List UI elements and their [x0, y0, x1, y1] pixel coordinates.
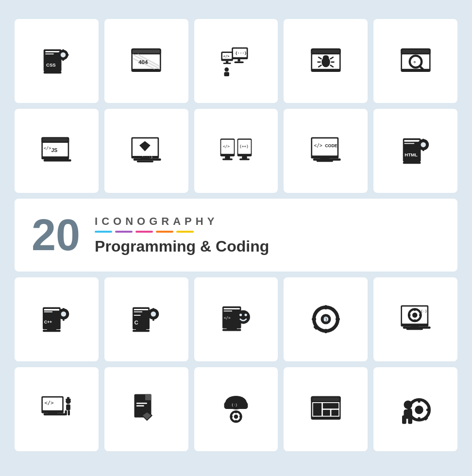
svg-rect-31: [224, 72, 229, 76]
svg-rect-2: [46, 53, 54, 54]
icon-cloud-gear: {·}: [194, 367, 278, 451]
svg-rect-162: [68, 410, 70, 416]
svg-rect-177: [235, 411, 237, 413]
color-bars: [95, 231, 269, 233]
svg-point-126: [239, 314, 242, 316]
svg-rect-65: [141, 156, 150, 159]
svg-rect-8: [58, 54, 60, 56]
svg-rect-98: [44, 312, 53, 313]
icon-code-editor: </> {++}: [194, 109, 278, 193]
svg-rect-59: [49, 157, 62, 160]
svg-rect-133: [324, 306, 327, 310]
svg-text:JS: JS: [51, 147, 58, 153]
svg-text:</>: </>: [223, 144, 230, 149]
svg-text:</>: </>: [223, 54, 230, 58]
svg-rect-120: [136, 328, 146, 331]
icon-404: 404: [104, 19, 188, 103]
svg-rect-179: [230, 416, 233, 418]
svg-rect-188: [323, 410, 330, 416]
svg-rect-86: [404, 143, 414, 144]
svg-rect-146: [414, 308, 416, 311]
svg-rect-11: [48, 69, 57, 72]
icon-file-diamond: [104, 367, 188, 451]
icon-c-settings: C: [104, 277, 188, 361]
svg-rect-167: [136, 403, 147, 404]
svg-text:HTML: HTML: [405, 152, 418, 157]
svg-point-176: [234, 415, 238, 419]
svg-rect-103: [63, 319, 65, 321]
svg-rect-91: [422, 148, 424, 151]
svg-rect-115: [152, 308, 154, 311]
color-bar-5: [176, 231, 194, 233]
icon-js-browser: </> JS: [15, 109, 99, 193]
svg-rect-110: [134, 312, 143, 313]
svg-rect-104: [58, 313, 60, 315]
svg-rect-85: [404, 140, 420, 142]
svg-rect-74: [222, 158, 233, 160]
svg-rect-66: [137, 160, 153, 162]
svg-rect-105: [67, 313, 69, 315]
icon-person-gear: [373, 367, 457, 451]
svg-rect-186: [313, 403, 322, 416]
svg-rect-122: [224, 308, 240, 310]
svg-rect-9: [67, 54, 68, 56]
svg-rect-102: [63, 308, 65, 311]
svg-rect-109: [134, 309, 149, 310]
svg-rect-203: [408, 415, 412, 424]
svg-rect-6: [63, 49, 65, 51]
icon-gear-code: {}: [284, 277, 368, 361]
svg-rect-92: [417, 144, 420, 146]
svg-rect-54: [43, 138, 68, 141]
svg-rect-136: [336, 318, 340, 321]
svg-point-200: [404, 401, 412, 409]
icon-code-presentation: {···} </>: [194, 19, 278, 103]
iconography-label: ICONOGRAPHY: [95, 215, 269, 228]
svg-rect-147: [414, 320, 416, 322]
svg-text:{·}: {·}: [231, 403, 237, 407]
svg-rect-153: [406, 328, 422, 330]
svg-rect-14: [133, 50, 160, 53]
icon-bug-browser: [284, 19, 368, 103]
svg-text:</>: </>: [44, 146, 51, 151]
icon-cpp-settings: C++: [15, 277, 99, 361]
svg-rect-152: [410, 324, 419, 327]
svg-point-89: [421, 142, 426, 147]
svg-rect-148: [408, 314, 410, 316]
svg-rect-160: [67, 405, 71, 410]
svg-rect-93: [426, 144, 428, 146]
icon-html-settings: HTML: [373, 109, 457, 193]
section-title: Programming & Coding: [95, 238, 269, 255]
svg-rect-135: [312, 318, 316, 321]
svg-rect-76: [239, 158, 250, 160]
svg-rect-158: [48, 411, 57, 414]
svg-rect-189: [331, 410, 338, 416]
icon-css-settings: CSS: [15, 19, 99, 103]
svg-rect-202: [402, 415, 406, 424]
svg-text:CODE: CODE: [325, 143, 337, 148]
icon-code-emoji: </>: [194, 277, 278, 361]
svg-rect-118: [156, 313, 158, 315]
svg-point-114: [151, 312, 156, 317]
icon-monitor-gear: {·}: [373, 277, 457, 361]
svg-rect-187: [323, 403, 338, 408]
svg-rect-7: [63, 59, 65, 61]
svg-text:{···}: {···}: [235, 51, 247, 55]
svg-point-5: [61, 52, 66, 57]
color-bar-3: [135, 231, 153, 233]
svg-rect-82: [320, 156, 329, 159]
svg-rect-134: [324, 329, 327, 334]
svg-text:</>: </>: [314, 142, 322, 148]
svg-point-30: [224, 67, 229, 71]
icon-browser-layout: [284, 367, 368, 451]
svg-point-101: [61, 312, 67, 317]
icon-diamond-monitor: {···}: [104, 109, 188, 193]
svg-text:404: 404: [138, 59, 148, 65]
svg-point-125: [236, 310, 250, 324]
svg-text:{++}: {++}: [239, 144, 249, 149]
svg-text:C: C: [135, 320, 138, 325]
svg-rect-195: [426, 408, 430, 411]
icon-row-2: </> JS {···} </>: [15, 109, 457, 193]
svg-rect-149: [419, 314, 421, 316]
svg-point-145: [412, 313, 418, 318]
info-right: ICONOGRAPHY Programming & Coding: [95, 215, 269, 255]
